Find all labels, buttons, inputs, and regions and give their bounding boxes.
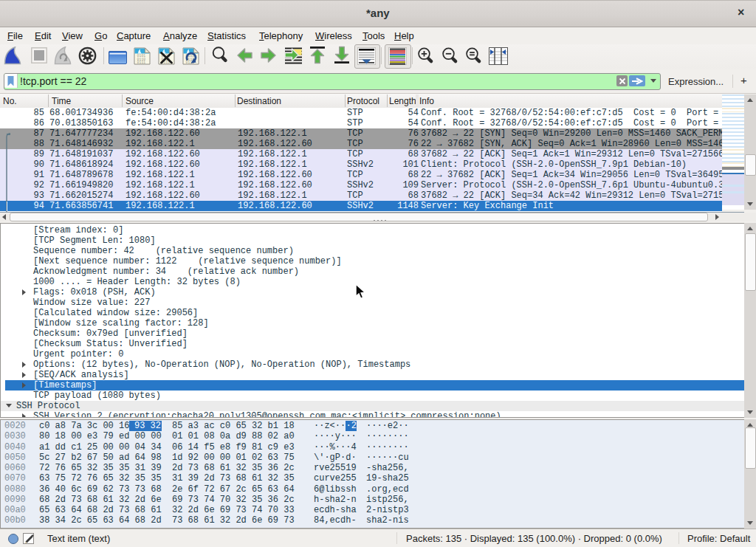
- svg-text:0111: 0111: [137, 61, 146, 64]
